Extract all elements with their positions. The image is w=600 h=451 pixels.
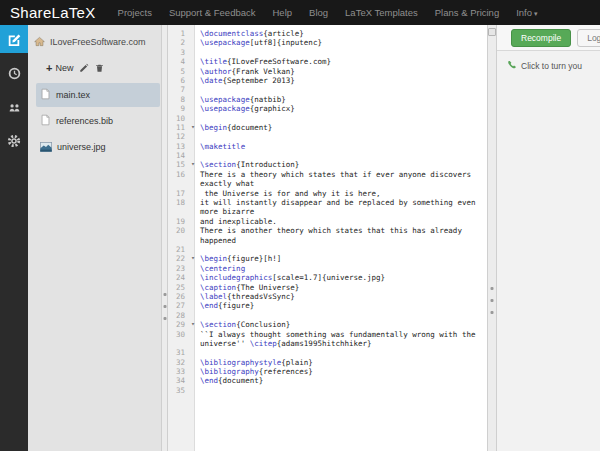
code-line: exactly what xyxy=(168,179,487,188)
file-row-references-bib[interactable]: references.bib xyxy=(36,109,160,133)
code-line: 27\end{figure} xyxy=(168,301,487,310)
code-text: \usepackage{graphicx} xyxy=(195,104,295,113)
file-name: universe.jpg xyxy=(57,142,106,152)
line-number: 31 xyxy=(168,348,195,357)
code-text xyxy=(195,85,200,94)
line-number: 1 xyxy=(168,29,195,38)
code-line: happened xyxy=(168,236,487,245)
nav-item-latex-templates[interactable]: LaTeX Templates xyxy=(345,7,418,18)
code-line: 26\label{threadsVsSync} xyxy=(168,292,487,301)
pdf-preview-panel: Recompile Logs Click to turn you xyxy=(497,25,600,451)
file-icon xyxy=(40,86,51,104)
line-number: 14 xyxy=(168,151,195,160)
filetree-resizer-handle[interactable] xyxy=(161,25,168,451)
sidebar-item-editor[interactable] xyxy=(0,25,28,53)
line-number: 3 xyxy=(168,48,195,57)
line-number: 15▾ xyxy=(168,160,195,169)
code-line: 16There is a theory which states that if… xyxy=(168,170,487,179)
code-line: 32\bibliographystyle{plain} xyxy=(168,358,487,367)
fold-arrow-icon[interactable]: ▾ xyxy=(191,160,195,169)
line-number: 8 xyxy=(168,95,195,104)
line-number: 23 xyxy=(168,264,195,273)
code-line: 12 xyxy=(168,132,487,141)
code-line: 4\title{ILoveFreeSoftware.com} xyxy=(168,57,487,66)
project-name: ILoveFreeSoftware.com xyxy=(50,37,146,47)
code-line: 6\date{September 2013} xyxy=(168,76,487,85)
line-number: 34 xyxy=(168,376,195,385)
line-number: 13 xyxy=(168,142,195,151)
nav-item-info[interactable]: Info▾ xyxy=(516,7,537,18)
code-text: it will instantly disappear and be repla… xyxy=(195,198,475,207)
code-text: the Universe is for and why it is here, xyxy=(195,189,381,198)
history-icon xyxy=(8,67,21,80)
code-line: 2\usepackage[utf8]{inputenc} xyxy=(168,38,487,47)
code-text: \includegraphics[scale=1.7]{universe.jpg… xyxy=(195,273,385,282)
code-text: There is a theory which states that if e… xyxy=(195,170,471,179)
code-text xyxy=(195,48,200,57)
nav-item-projects[interactable]: Projects xyxy=(118,7,152,18)
preview-resizer-handle[interactable] xyxy=(487,25,497,451)
rename-pencil-icon[interactable] xyxy=(79,59,89,77)
code-editor[interactable]: 1\documentclass{article}2\usepackage[utf… xyxy=(168,25,487,451)
fold-arrow-icon[interactable]: ▾ xyxy=(191,320,195,329)
line-number: 35 xyxy=(168,386,195,395)
line-number: 26 xyxy=(168,292,195,301)
resizer-grip xyxy=(491,287,494,314)
line-number: 5 xyxy=(168,67,195,76)
line-number: 33 xyxy=(168,367,195,376)
sidebar-item-collaborators[interactable] xyxy=(0,93,28,121)
file-row-universe-jpg[interactable]: universe.jpg xyxy=(36,135,160,159)
code-line: 20There is another theory which states t… xyxy=(168,226,487,235)
code-text xyxy=(195,151,200,160)
fold-arrow-icon[interactable]: ▾ xyxy=(191,254,195,263)
code-text: universe'' \citep{adams1995hitchhiker} xyxy=(195,339,372,348)
sidebar-item-history[interactable] xyxy=(0,59,28,87)
code-line: 31 xyxy=(168,348,487,357)
topbar-nav: ProjectsSupport & FeedbackHelpBlogLaTeX … xyxy=(118,7,538,18)
trash-icon[interactable] xyxy=(95,59,104,77)
nav-item-help[interactable]: Help xyxy=(273,7,293,18)
line-number: 19 xyxy=(168,217,195,226)
line-number xyxy=(168,339,195,348)
pdf-toolbar: Recompile Logs xyxy=(497,25,600,51)
code-line: 14 xyxy=(168,151,487,160)
logs-button[interactable]: Logs xyxy=(577,29,600,47)
code-line: 8\usepackage{natbib} xyxy=(168,95,487,104)
line-number: 16 xyxy=(168,170,195,179)
file-name: main.tex xyxy=(56,90,90,100)
project-header: ILoveFreeSoftware.com xyxy=(28,25,161,53)
image-file-icon xyxy=(40,138,52,156)
file-icon xyxy=(40,112,51,130)
recompile-button[interactable]: Recompile xyxy=(511,29,571,47)
fold-arrow-icon[interactable]: ▾ xyxy=(191,123,195,132)
code-line: 30``I always thought something was funda… xyxy=(168,330,487,339)
code-text: \begin{figure}[h!] xyxy=(195,254,281,263)
edit-icon xyxy=(7,32,21,46)
code-text xyxy=(195,114,200,123)
line-number: 2 xyxy=(168,38,195,47)
nav-item-support-feedback[interactable]: Support & Feedback xyxy=(169,7,256,18)
brand-logo[interactable]: ShareLaTeX xyxy=(10,4,96,21)
collapse-toggle-icon[interactable] xyxy=(488,28,496,36)
file-row-main-tex[interactable]: main.tex xyxy=(36,83,160,107)
nav-item-plans-pricing[interactable]: Plans & Pricing xyxy=(435,7,499,18)
new-file-button[interactable]: New xyxy=(55,63,73,73)
code-text: \maketitle xyxy=(195,142,245,151)
code-line: 11▾\begin{document} xyxy=(168,123,487,132)
code-line: 28 xyxy=(168,311,487,320)
code-text: \end{figure} xyxy=(195,301,254,310)
code-line: 5\author{Frank Velkan} xyxy=(168,67,487,76)
line-number: 32 xyxy=(168,358,195,367)
autocompile-link[interactable]: Click to turn you xyxy=(497,51,600,72)
line-number: 10 xyxy=(168,114,195,123)
code-line: 10 xyxy=(168,114,487,123)
plus-icon[interactable]: + xyxy=(46,64,52,72)
sidebar-item-settings[interactable] xyxy=(0,127,28,155)
nav-item-blog[interactable]: Blog xyxy=(309,7,328,18)
code-text: \section{Conclusion} xyxy=(195,320,290,329)
autocompile-text: Click to turn you xyxy=(521,61,582,71)
line-number xyxy=(168,179,195,188)
left-icon-rail xyxy=(0,25,28,451)
line-number xyxy=(168,207,195,216)
file-name: references.bib xyxy=(56,116,113,126)
